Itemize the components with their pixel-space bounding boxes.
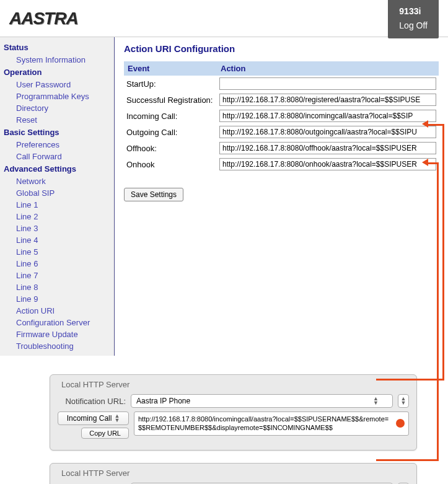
table-row: Outgoing Call: xyxy=(124,124,439,140)
logoff-link[interactable]: Log Off xyxy=(399,19,428,32)
action-input[interactable] xyxy=(219,94,436,106)
sidebar: StatusSystem InformationOperationUser Pa… xyxy=(0,37,115,356)
sidebar-item[interactable]: Line 9 xyxy=(4,293,114,305)
sidebar-item[interactable]: Directory xyxy=(4,102,114,114)
col-event: Event xyxy=(124,61,217,76)
sidebar-item[interactable]: Troubleshooting xyxy=(4,340,114,352)
sidebar-item[interactable]: Line 2 xyxy=(4,211,114,222)
main-content: Action URI Configuration Event Action St… xyxy=(115,37,448,356)
sidebar-heading[interactable]: Basic Settings xyxy=(4,126,114,139)
action-input[interactable] xyxy=(219,110,436,122)
local-http-server-panel-1: Local HTTP Server Notification URL: Aast… xyxy=(50,374,417,451)
event-label: StartUp: xyxy=(124,76,217,92)
action-uri-table: Event Action StartUp:Successful Registra… xyxy=(124,61,439,172)
table-row: Incoming Call: xyxy=(124,108,439,124)
sidebar-item[interactable]: Global SIP xyxy=(4,187,114,199)
action-input[interactable] xyxy=(219,158,436,170)
sidebar-item[interactable]: Line 6 xyxy=(4,258,114,270)
page-title: Action URI Configuration xyxy=(124,43,439,54)
panel-title: Local HTTP Server xyxy=(58,469,409,478)
table-row: Successful Registration: xyxy=(124,92,439,108)
arrow-icon xyxy=(422,120,428,128)
event-label: Successful Registration: xyxy=(124,92,217,108)
table-row: Offhook: xyxy=(124,140,439,156)
updown-icon: ▲▼ xyxy=(114,414,120,423)
sidebar-heading[interactable]: Advanced Settings xyxy=(4,162,114,175)
header-right: 9133i Log Off xyxy=(388,0,439,38)
header: AASTRA 9133i Log Off xyxy=(0,0,448,37)
sidebar-item[interactable]: Call Forward xyxy=(4,151,114,162)
action-input[interactable] xyxy=(219,142,436,154)
stepper[interactable]: ▲▼ xyxy=(398,394,409,408)
event-label: Incoming Call: xyxy=(124,108,217,124)
sidebar-item[interactable]: Configuration Server xyxy=(4,317,114,328)
copy-url-button[interactable]: Copy URL xyxy=(81,428,129,439)
action-input[interactable] xyxy=(219,77,436,90)
sidebar-item[interactable]: Line 7 xyxy=(4,270,114,281)
sidebar-item[interactable]: Network xyxy=(4,175,114,187)
sidebar-item[interactable]: Line 4 xyxy=(4,234,114,246)
sidebar-item[interactable]: Firmware Update xyxy=(4,328,114,340)
panel-title: Local HTTP Server xyxy=(58,380,409,389)
save-settings-button[interactable]: Save Settings xyxy=(124,188,183,201)
sidebar-item[interactable]: Action URI xyxy=(4,305,114,317)
brand-logo: AASTRA xyxy=(9,9,78,29)
sidebar-item[interactable]: Line 3 xyxy=(4,222,114,234)
sidebar-item[interactable]: User Password xyxy=(4,79,114,90)
table-row: Onhook xyxy=(124,156,439,172)
sidebar-heading[interactable]: Operation xyxy=(4,66,114,79)
action-input[interactable] xyxy=(219,126,436,138)
btn-label: Incoming Call xyxy=(67,414,112,423)
event-label: Offhook: xyxy=(124,140,217,156)
updown-icon: ▲▼ xyxy=(373,397,379,405)
sidebar-item[interactable]: Line 5 xyxy=(4,246,114,258)
notification-url-label: Notification URL: xyxy=(58,397,126,406)
url-text: http://192.168.17.8:8080/incomingcall/aa… xyxy=(138,415,389,431)
connector-dot-icon xyxy=(396,419,405,428)
col-action: Action xyxy=(217,61,439,76)
notification-url-select[interactable]: Aastra IP Phone ▲▼ xyxy=(131,394,393,408)
event-label: Onhook xyxy=(124,156,217,172)
sidebar-item[interactable]: Reset xyxy=(4,114,114,126)
sidebar-heading[interactable]: Status xyxy=(4,41,114,54)
table-row: StartUp: xyxy=(124,76,439,92)
sidebar-item[interactable]: Line 1 xyxy=(4,199,114,211)
event-label: Outgoing Call: xyxy=(124,124,217,140)
sidebar-item[interactable]: Line 8 xyxy=(4,281,114,293)
incoming-call-select[interactable]: Incoming Call ▲▼ xyxy=(58,411,129,425)
arrow-icon xyxy=(422,159,428,166)
sidebar-item[interactable]: Programmable Keys xyxy=(4,90,114,102)
select-value: Aastra IP Phone xyxy=(136,397,190,405)
local-http-server-panel-2: Local HTTP Server Notification URL: Aast… xyxy=(50,463,417,484)
sidebar-item[interactable]: System Information xyxy=(4,54,114,66)
model-label: 9133i xyxy=(399,6,421,16)
sidebar-item[interactable]: Preferences xyxy=(4,139,114,151)
url-display: http://192.168.17.8:8080/incomingcall/aa… xyxy=(134,411,409,436)
